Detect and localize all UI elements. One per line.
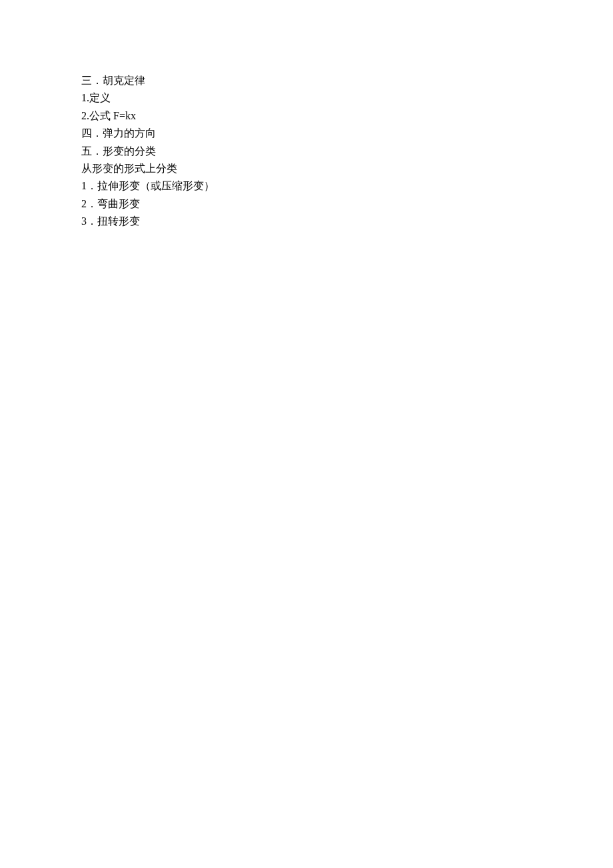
line-classification-intro: 从形变的形式上分类	[81, 160, 613, 177]
line-type-1-tension: 1．拉伸形变（或压缩形变）	[81, 177, 613, 195]
line-type-2-bending: 2．弯曲形变	[81, 195, 613, 213]
line-section-3-title: 三．胡克定律	[81, 72, 613, 89]
line-item-2-formula: 2.公式 F=kx	[81, 107, 613, 125]
line-section-5-title: 五．形变的分类	[81, 143, 613, 160]
line-type-3-torsion: 3．扭转形变	[81, 213, 613, 230]
line-section-4-title: 四．弹力的方向	[81, 125, 613, 142]
line-item-1-definition: 1.定义	[81, 89, 613, 107]
